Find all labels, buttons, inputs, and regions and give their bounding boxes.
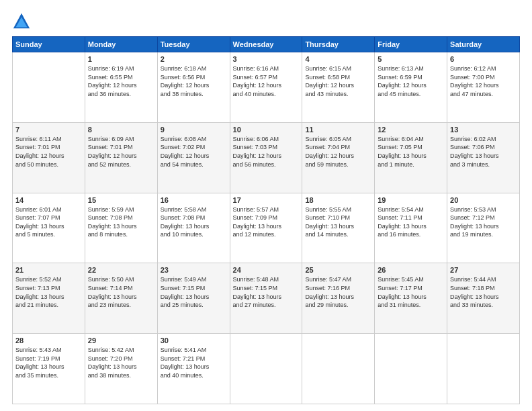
day-cell: 24Sunrise: 5:48 AM Sunset: 7:15 PM Dayli… [230, 263, 302, 334]
logo-icon [12, 12, 31, 31]
day-content: Sunrise: 6:09 AM Sunset: 7:01 PM Dayligh… [88, 135, 154, 169]
day-number: 20 [450, 196, 517, 204]
day-cell: 28Sunrise: 5:43 AM Sunset: 7:19 PM Dayli… [13, 334, 85, 404]
week-row-3: 14Sunrise: 6:01 AM Sunset: 7:07 PM Dayli… [13, 193, 520, 263]
day-number: 24 [233, 266, 300, 274]
day-cell: 3Sunrise: 6:16 AM Sunset: 6:57 PM Daylig… [230, 52, 302, 123]
day-cell: 11Sunrise: 6:05 AM Sunset: 7:04 PM Dayli… [302, 122, 375, 193]
day-content: Sunrise: 5:43 AM Sunset: 7:19 PM Dayligh… [15, 346, 82, 379]
day-number: 1 [88, 55, 154, 63]
day-cell: 12Sunrise: 6:04 AM Sunset: 7:05 PM Dayli… [375, 122, 447, 193]
day-cell: 8Sunrise: 6:09 AM Sunset: 7:01 PM Daylig… [85, 122, 157, 193]
header-cell-sunday: Sunday [13, 37, 85, 52]
day-number: 10 [233, 126, 300, 134]
day-cell: 14Sunrise: 6:01 AM Sunset: 7:07 PM Dayli… [13, 193, 85, 263]
day-content: Sunrise: 5:57 AM Sunset: 7:09 PM Dayligh… [233, 205, 300, 239]
day-content: Sunrise: 5:58 AM Sunset: 7:08 PM Dayligh… [161, 205, 227, 239]
day-cell: 17Sunrise: 5:57 AM Sunset: 7:09 PM Dayli… [230, 193, 302, 263]
day-number: 13 [450, 126, 517, 134]
day-content: Sunrise: 5:54 AM Sunset: 7:11 PM Dayligh… [378, 205, 444, 239]
header-cell-wednesday: Wednesday [230, 37, 302, 52]
day-cell: 30Sunrise: 5:41 AM Sunset: 7:21 PM Dayli… [157, 334, 230, 404]
day-number: 3 [233, 55, 300, 63]
day-cell: 16Sunrise: 5:58 AM Sunset: 7:08 PM Dayli… [157, 193, 230, 263]
day-number: 23 [161, 266, 227, 274]
day-number: 21 [15, 266, 82, 274]
calendar-page: SundayMondayTuesdayWednesdayThursdayFrid… [0, 0, 532, 411]
day-content: Sunrise: 6:15 AM Sunset: 6:58 PM Dayligh… [305, 64, 371, 98]
day-cell: 25Sunrise: 5:47 AM Sunset: 7:16 PM Dayli… [302, 263, 375, 334]
day-number: 7 [15, 126, 82, 134]
week-row-4: 21Sunrise: 5:52 AM Sunset: 7:13 PM Dayli… [13, 263, 520, 334]
day-cell: 20Sunrise: 5:53 AM Sunset: 7:12 PM Dayli… [447, 193, 520, 263]
day-content: Sunrise: 5:45 AM Sunset: 7:17 PM Dayligh… [378, 275, 444, 309]
day-content: Sunrise: 6:04 AM Sunset: 7:05 PM Dayligh… [378, 135, 444, 169]
day-number: 22 [88, 266, 154, 274]
day-cell: 18Sunrise: 5:55 AM Sunset: 7:10 PM Dayli… [302, 193, 375, 263]
day-content: Sunrise: 5:42 AM Sunset: 7:20 PM Dayligh… [88, 346, 154, 379]
day-cell: 27Sunrise: 5:44 AM Sunset: 7:18 PM Dayli… [447, 263, 520, 334]
day-number: 18 [305, 196, 371, 204]
day-number: 26 [378, 266, 444, 274]
day-number: 2 [161, 55, 227, 63]
calendar-body: 1Sunrise: 6:19 AM Sunset: 6:55 PM Daylig… [13, 52, 520, 404]
day-cell: 9Sunrise: 6:08 AM Sunset: 7:02 PM Daylig… [157, 122, 230, 193]
day-content: Sunrise: 6:08 AM Sunset: 7:02 PM Dayligh… [161, 135, 227, 169]
day-cell: 23Sunrise: 5:49 AM Sunset: 7:15 PM Dayli… [157, 263, 230, 334]
day-number: 29 [88, 336, 154, 345]
day-number: 28 [15, 336, 82, 345]
day-content: Sunrise: 6:19 AM Sunset: 6:55 PM Dayligh… [88, 64, 154, 98]
day-number: 9 [161, 126, 227, 134]
calendar-header: SundayMondayTuesdayWednesdayThursdayFrid… [13, 37, 520, 52]
day-number: 5 [378, 55, 444, 63]
day-cell: 29Sunrise: 5:42 AM Sunset: 7:20 PM Dayli… [85, 334, 157, 404]
day-content: Sunrise: 5:52 AM Sunset: 7:13 PM Dayligh… [15, 275, 82, 309]
calendar-table: SundayMondayTuesdayWednesdayThursdayFrid… [12, 36, 520, 404]
day-number: 12 [378, 126, 444, 134]
day-content: Sunrise: 6:05 AM Sunset: 7:04 PM Dayligh… [305, 135, 371, 169]
day-number: 15 [88, 196, 154, 204]
week-row-2: 7Sunrise: 6:11 AM Sunset: 7:01 PM Daylig… [13, 122, 520, 193]
day-number: 16 [161, 196, 227, 204]
day-content: Sunrise: 6:06 AM Sunset: 7:03 PM Dayligh… [233, 135, 300, 169]
day-content: Sunrise: 6:11 AM Sunset: 7:01 PM Dayligh… [15, 135, 82, 169]
day-cell [447, 334, 520, 404]
day-cell: 22Sunrise: 5:50 AM Sunset: 7:14 PM Dayli… [85, 263, 157, 334]
day-cell [230, 334, 302, 404]
day-content: Sunrise: 6:13 AM Sunset: 6:59 PM Dayligh… [378, 64, 444, 98]
day-number: 6 [450, 55, 517, 63]
day-content: Sunrise: 5:44 AM Sunset: 7:18 PM Dayligh… [450, 275, 517, 309]
header-row: SundayMondayTuesdayWednesdayThursdayFrid… [13, 37, 520, 52]
day-content: Sunrise: 5:41 AM Sunset: 7:21 PM Dayligh… [161, 346, 227, 379]
day-cell: 15Sunrise: 5:59 AM Sunset: 7:08 PM Dayli… [85, 193, 157, 263]
header-cell-friday: Friday [375, 37, 447, 52]
day-content: Sunrise: 6:18 AM Sunset: 6:56 PM Dayligh… [161, 64, 227, 98]
header-cell-saturday: Saturday [447, 37, 520, 52]
day-cell: 4Sunrise: 6:15 AM Sunset: 6:58 PM Daylig… [302, 52, 375, 123]
day-content: Sunrise: 5:53 AM Sunset: 7:12 PM Dayligh… [450, 205, 517, 239]
day-cell: 5Sunrise: 6:13 AM Sunset: 6:59 PM Daylig… [375, 52, 447, 123]
day-number: 30 [161, 336, 227, 345]
logo [12, 12, 34, 31]
day-content: Sunrise: 6:16 AM Sunset: 6:57 PM Dayligh… [233, 64, 300, 98]
day-cell: 13Sunrise: 6:02 AM Sunset: 7:06 PM Dayli… [447, 122, 520, 193]
day-number: 4 [305, 55, 371, 63]
day-number: 14 [15, 196, 82, 204]
day-cell: 2Sunrise: 6:18 AM Sunset: 6:56 PM Daylig… [157, 52, 230, 123]
week-row-1: 1Sunrise: 6:19 AM Sunset: 6:55 PM Daylig… [13, 52, 520, 123]
day-cell: 26Sunrise: 5:45 AM Sunset: 7:17 PM Dayli… [375, 263, 447, 334]
day-content: Sunrise: 6:02 AM Sunset: 7:06 PM Dayligh… [450, 135, 517, 169]
day-cell [302, 334, 375, 404]
day-number: 27 [450, 266, 517, 274]
day-content: Sunrise: 5:49 AM Sunset: 7:15 PM Dayligh… [161, 275, 227, 309]
day-cell: 1Sunrise: 6:19 AM Sunset: 6:55 PM Daylig… [85, 52, 157, 123]
day-cell: 6Sunrise: 6:12 AM Sunset: 7:00 PM Daylig… [447, 52, 520, 123]
day-number: 11 [305, 126, 371, 134]
day-number: 19 [378, 196, 444, 204]
day-content: Sunrise: 5:55 AM Sunset: 7:10 PM Dayligh… [305, 205, 371, 239]
week-row-5: 28Sunrise: 5:43 AM Sunset: 7:19 PM Dayli… [13, 334, 520, 404]
day-cell [13, 52, 85, 123]
day-number: 8 [88, 126, 154, 134]
day-content: Sunrise: 5:48 AM Sunset: 7:15 PM Dayligh… [233, 275, 300, 309]
day-cell [375, 334, 447, 404]
